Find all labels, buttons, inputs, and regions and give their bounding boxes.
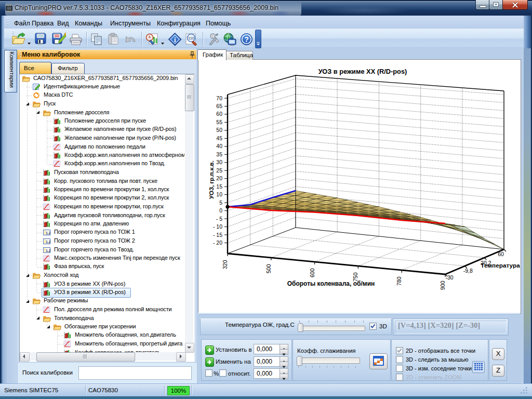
svg-text:35: 35 — [216, 151, 222, 157]
svg-text:40: 40 — [216, 143, 222, 149]
svg-text:45: 45 — [216, 135, 222, 141]
svg-text:0: 0 — [219, 207, 222, 214]
svg-text:-30: -30 — [445, 274, 453, 281]
svg-text:- 5: - 5 — [216, 216, 222, 222]
svg-text:20: 20 — [216, 175, 222, 181]
svg-text:i: i — [174, 36, 176, 44]
svg-text:60: 60 — [216, 111, 222, 117]
svg-text:15: 15 — [216, 183, 222, 190]
svg-text:55: 55 — [216, 119, 222, 125]
svg-text:780: 780 — [396, 276, 402, 286]
svg-text:Обороты коленвала, об/мин: Обороты коленвала, об/мин — [287, 280, 375, 287]
svg-text:1.2: 1.2 — [46, 231, 50, 235]
svg-text:- 15: - 15 — [213, 232, 222, 238]
svg-text:УОЗ в режиме XX (R/D-pos): УОЗ в режиме XX (R/D-pos) — [318, 68, 407, 75]
svg-text:5: 5 — [219, 200, 222, 206]
svg-text:Температура: Температура — [481, 262, 520, 269]
svg-text:1.2: 1.2 — [46, 249, 50, 252]
svg-text:- 10: - 10 — [213, 223, 222, 230]
svg-text:500: 500 — [265, 264, 272, 273]
svg-text:25: 25 — [216, 167, 222, 174]
svg-text:30: 30 — [216, 159, 222, 165]
svg-text:900: 900 — [440, 281, 446, 290]
svg-text:?: ? — [244, 35, 249, 44]
svg-text:320: 320 — [222, 260, 228, 269]
svg-text:600: 600 — [309, 268, 315, 277]
svg-text:110: 110 — [188, 36, 194, 41]
svg-text:УОЗ, гр.п.к.в.: УОЗ, гр.п.к.в. — [208, 161, 215, 199]
svg-text:-9,8: -9,8 — [463, 268, 473, 274]
svg-text:1.2: 1.2 — [46, 240, 50, 244]
svg-text:- 20: - 20 — [213, 240, 222, 246]
svg-text:65: 65 — [216, 103, 222, 109]
svg-text:60: 60 — [498, 251, 504, 257]
svg-text:10: 10 — [216, 191, 222, 197]
svg-text:70: 70 — [216, 95, 222, 101]
svg-text:50: 50 — [216, 127, 222, 133]
